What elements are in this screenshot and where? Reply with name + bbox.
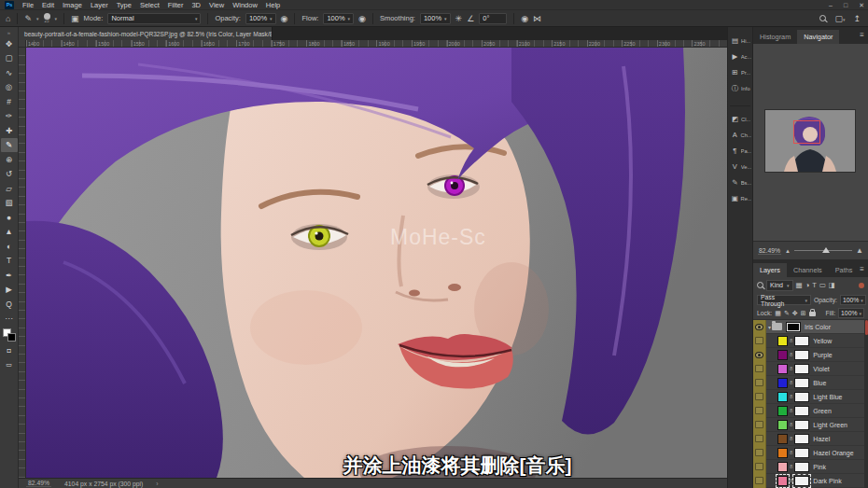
menu-item[interactable]: 3D [191, 1, 201, 9]
filter-type-icon[interactable]: ◨ [829, 281, 835, 289]
layer-visibility-toggle[interactable] [753, 348, 766, 362]
layer-color-swatch[interactable] [777, 350, 788, 360]
sharpen-tool[interactable]: ▲ [1, 225, 18, 240]
blur-tool[interactable]: ● [1, 210, 18, 225]
dock-panel-button[interactable]: ACh... [729, 128, 751, 142]
filter-toggle-icon[interactable] [859, 283, 864, 288]
layer-mask-thumbnail[interactable] [786, 322, 801, 332]
panel-menu-icon[interactable]: ≡ [860, 31, 864, 39]
layer-visibility-toggle[interactable] [753, 432, 766, 446]
tab-navigator[interactable]: Navigator [797, 30, 839, 44]
layer-row[interactable]: 8Yellow [753, 334, 868, 348]
dock-panel-button[interactable]: ▶Ac... [729, 49, 751, 63]
pen-tool[interactable]: ✒ [1, 268, 18, 283]
layer-mask-thumbnail[interactable] [794, 434, 809, 444]
layer-row[interactable]: 8Hazel Orange [753, 446, 868, 460]
search-icon[interactable] [819, 15, 826, 21]
quick-mask-icon[interactable]: ◘ [1, 343, 18, 358]
layer-visibility-toggle[interactable] [753, 418, 766, 432]
crop-tool[interactable]: # [1, 94, 18, 109]
healing-brush-tool[interactable]: ✚ [1, 123, 18, 138]
brush-preset-caret-icon[interactable]: ▾ [36, 16, 39, 21]
layer-mask-thumbnail[interactable] [794, 420, 809, 430]
brush-tool[interactable]: ✎ [1, 138, 18, 153]
filter-type-icon[interactable]: T [812, 281, 817, 289]
zoom-tool[interactable]: Q [1, 297, 18, 312]
layer-mask-thumbnail[interactable] [794, 336, 809, 346]
eraser-tool[interactable]: ▱ [1, 181, 18, 196]
zoom-slider-thumb[interactable] [822, 247, 830, 253]
history-brush-tool[interactable]: ↺ [1, 167, 18, 182]
layer-visibility-toggle[interactable] [753, 404, 766, 418]
toggle-brush-panel-icon[interactable]: ▣ [71, 14, 79, 23]
lock-option-icon[interactable]: ⊞ [801, 310, 806, 317]
layer-color-swatch[interactable] [777, 392, 788, 402]
menu-item[interactable]: Image [63, 1, 82, 9]
layer-visibility-toggle[interactable] [753, 474, 766, 488]
layer-row[interactable]: ▾Iris Color [753, 320, 868, 334]
background-color-swatch[interactable] [7, 333, 16, 342]
layer-color-swatch[interactable] [777, 476, 788, 486]
group-expand-arrow[interactable]: ▾ [768, 324, 771, 330]
layer-mask-thumbnail[interactable] [794, 350, 809, 360]
dock-panel-button[interactable]: ▤Hi... [729, 34, 751, 48]
layer-row[interactable]: 8Blue [753, 376, 868, 390]
lock-option-icon[interactable]: ▦ [775, 310, 781, 317]
close-button[interactable]: ✕ [859, 2, 864, 9]
layer-visibility-toggle[interactable] [753, 446, 766, 460]
layer-color-swatch[interactable] [777, 364, 788, 374]
zoom-out-mountain-icon[interactable]: ▲ [785, 248, 791, 254]
layer-visibility-toggle[interactable] [753, 390, 766, 404]
airbrush-opacity-icon[interactable]: ◉ [281, 14, 288, 23]
screen-mode-icon[interactable]: ▭ [1, 358, 18, 373]
gradient-tool[interactable]: ▧ [1, 196, 18, 211]
marquee-tool[interactable]: ▢ [1, 51, 18, 66]
layer-row[interactable]: 8Pink [753, 460, 868, 474]
layer-color-swatch[interactable] [777, 420, 788, 430]
filter-type-icon[interactable]: ▦ [796, 281, 803, 289]
fill-select[interactable]: 100%▾ [838, 308, 864, 318]
menu-item[interactable]: View [209, 1, 224, 9]
menu-item[interactable]: Select [140, 1, 160, 9]
layer-color-swatch[interactable] [777, 336, 788, 346]
navigator-zoom-slider[interactable] [794, 250, 852, 251]
layers-panel-menu-icon[interactable]: ≡ [860, 265, 864, 273]
vertical-ruler[interactable] [19, 48, 26, 478]
layers-scrollbar[interactable] [864, 319, 868, 488]
mode-select[interactable]: Normal▾ [107, 13, 201, 24]
layer-mask-thumbnail[interactable] [794, 476, 809, 486]
layer-row[interactable]: 8Dark Pink [753, 474, 868, 488]
layer-color-swatch[interactable] [777, 406, 788, 416]
brush-preview[interactable]: 25 [44, 13, 50, 24]
home-icon[interactable]: ⌂ [6, 14, 10, 23]
lock-option-icon[interactable]: ✥ [792, 310, 798, 317]
horizontal-ruler[interactable]: 1400145015001550160016501700175018001850… [26, 40, 727, 48]
layer-visibility-toggle[interactable] [753, 334, 766, 348]
dock-panel-button[interactable]: ◩Cl... [729, 112, 751, 126]
object-selection-tool[interactable]: ◎ [1, 80, 18, 95]
path-select-tool[interactable]: ▶ [1, 283, 18, 298]
pressure-size-icon[interactable]: ◉ [521, 14, 528, 23]
ruler-origin[interactable] [19, 40, 26, 48]
brush-preset-icon[interactable]: ✎ [24, 14, 32, 23]
flow-select[interactable]: 100%▾ [323, 13, 354, 24]
brush-angle-field[interactable]: 0° [479, 13, 507, 24]
status-options-chevron-icon[interactable]: › [156, 481, 158, 487]
layer-row[interactable]: 8Green [753, 404, 868, 418]
dock-panel-button[interactable]: ▣Re... [729, 191, 751, 205]
move-tool[interactable]: ✥ [1, 36, 18, 51]
layer-visibility-toggle[interactable] [753, 362, 766, 376]
layer-visibility-toggle[interactable] [753, 320, 766, 334]
lasso-tool[interactable]: ∿ [1, 65, 18, 80]
layer-row[interactable]: 8Purple [753, 348, 868, 362]
layer-mask-thumbnail[interactable] [794, 462, 809, 472]
color-swatches[interactable] [1, 328, 18, 343]
menu-item[interactable]: Window [232, 1, 258, 9]
layer-mask-thumbnail[interactable] [794, 406, 809, 416]
filter-type-icon[interactable]: ▭ [819, 281, 826, 289]
dock-panel-button[interactable]: VVe... [729, 160, 751, 174]
dock-panel-button[interactable]: ¶Pa... [729, 144, 751, 158]
opacity-select[interactable]: 100%▾ [245, 13, 276, 24]
layer-mask-thumbnail[interactable] [794, 364, 809, 374]
menu-item[interactable]: Layer [91, 1, 108, 9]
